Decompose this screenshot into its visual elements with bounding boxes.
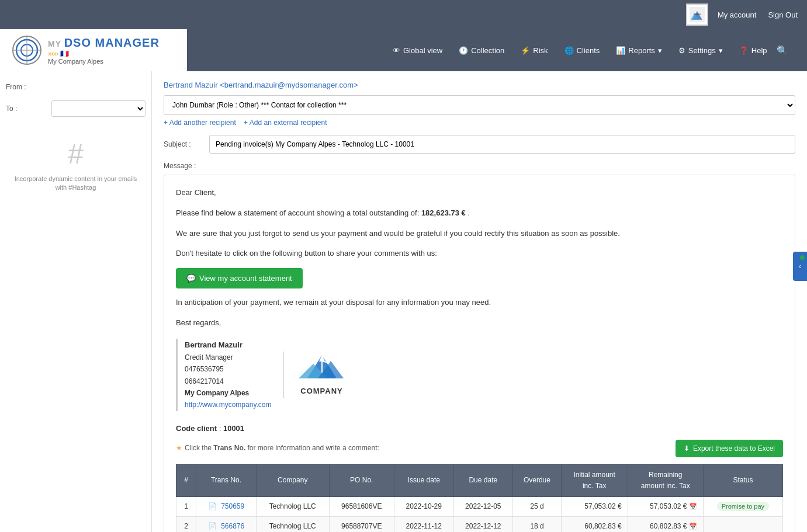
cell-trans: 📄 566876: [196, 517, 257, 532]
sig-company: My Company Alpes: [185, 387, 272, 399]
from-label: From :: [6, 83, 47, 91]
comment-icon: 💬: [186, 274, 196, 283]
cell-num: 1: [176, 497, 196, 517]
nav-item-risk[interactable]: ⚡ Risk: [514, 38, 555, 63]
code-client: Code client : 10001: [176, 423, 783, 435]
sig-title: Credit Manager: [185, 352, 272, 363]
click-info-row: ★ Click the Trans No. for more informati…: [176, 440, 783, 457]
my-account-link[interactable]: My account: [718, 11, 756, 19]
sig-name: Bertrand Mazuir: [185, 339, 272, 352]
cell-po: 96581606VE: [329, 497, 394, 517]
pdf-icon: 📄: [208, 502, 217, 510]
cell-overdue: 25 d: [513, 497, 562, 517]
star-icon: ★: [176, 443, 182, 454]
nav-label: Collection: [471, 46, 504, 55]
to-dropdown[interactable]: John Dumbar (Role : Other) *** Contact f…: [164, 95, 795, 115]
logo-section: MY DSO MANAGER »»» 🇫🇷 My Company Alpes: [0, 29, 187, 71]
invoice-table: # Trans No. Company PO No. Issue date Du…: [176, 464, 783, 532]
col-overdue: Overdue: [513, 464, 562, 496]
nav-label: Reports: [628, 46, 655, 55]
view-account-button[interactable]: 💬 View my account statement: [176, 268, 303, 288]
table-body: 1 📄 750659 Technolog LLC 96581606VE 2022…: [176, 497, 783, 533]
col-po: PO No.: [329, 464, 394, 496]
trans-link[interactable]: 566876: [221, 522, 244, 530]
hashtag-description: Incorporate dynamic content in your emai…: [12, 175, 140, 193]
col-initial: Initial amountinc. Tax: [561, 464, 628, 496]
collection-icon: 🕐: [459, 46, 468, 55]
add-recipient-row: + Add another recipient + Add an externa…: [164, 119, 795, 127]
cell-status: [703, 517, 782, 532]
message-label: Message :: [164, 162, 795, 170]
clients-icon: 🌐: [564, 46, 574, 55]
global-view-icon: 👁: [393, 46, 400, 55]
logo-text: MY DSO MANAGER »»» 🇫🇷 My Company Alpes: [48, 36, 160, 65]
col-status: Status: [703, 464, 782, 496]
cell-initial: 57,053.02 €: [561, 497, 628, 517]
nav-item-collection[interactable]: 🕐 Collection: [452, 38, 511, 63]
content-area: Bertrand Mazuir <bertrand.mazuir@mydsoma…: [152, 71, 807, 532]
trans-link[interactable]: 750659: [221, 502, 244, 510]
col-company: Company: [256, 464, 329, 496]
sign-out-link[interactable]: Sign Out: [768, 11, 798, 19]
logo-bar: MY DSO MANAGER »»» 🇫🇷 My Company Alpes 👁…: [0, 29, 807, 71]
notification-dot: [800, 255, 805, 260]
company-logo: COMPANY: [296, 352, 348, 398]
view-account-label: View my account statement: [199, 274, 292, 283]
col-trans: Trans No.: [196, 464, 257, 496]
to-select[interactable]: [51, 100, 146, 117]
email-paragraph1: Please find below a statement of account…: [176, 207, 783, 220]
nav-item-help[interactable]: ❓ Help: [732, 38, 774, 63]
col-remaining: Remainingamount inc. Tax: [628, 464, 703, 496]
nav-item-global-view[interactable]: 👁 Global view: [386, 38, 449, 63]
cell-remaining: 60,802.83 € 📅: [628, 517, 703, 532]
click-info-text: Click the Trans No. for more information…: [185, 443, 379, 454]
chevron-left-icon: ‹: [799, 262, 801, 270]
subject-input[interactable]: [209, 135, 795, 154]
add-another-recipient-link[interactable]: + Add another recipient: [164, 119, 236, 127]
email-greeting: Dear Client,: [176, 187, 783, 199]
reports-dropdown-icon: ▾: [658, 46, 662, 55]
calendar-icon[interactable]: 📅: [689, 503, 697, 510]
cell-trans: 📄 750659: [196, 497, 257, 517]
nav-item-clients[interactable]: 🌐 Clients: [557, 38, 607, 63]
nav-label: Risk: [533, 46, 548, 55]
cell-company: Technolog LLC: [256, 517, 329, 532]
subject-label: Subject :: [164, 140, 205, 148]
cell-status: Promise to pay: [703, 497, 782, 517]
hashtag-icon: #: [12, 138, 140, 170]
from-row: From :: [6, 83, 146, 91]
risk-icon: ⚡: [521, 46, 530, 55]
to-field-row: John Dumbar (Role : Other) *** Contact f…: [164, 95, 795, 115]
calendar-icon[interactable]: 📅: [689, 523, 697, 530]
table-header: # Trans No. Company PO No. Issue date Du…: [176, 464, 783, 496]
search-icon[interactable]: 🔍: [777, 45, 788, 56]
signature-info: Bertrand Mazuir Credit Manager 047653679…: [185, 339, 272, 411]
right-panel-toggle[interactable]: ‹: [793, 252, 807, 281]
main-layout: From : To : # Incorporate dynamic conten…: [0, 71, 807, 532]
cell-overdue: 18 d: [513, 517, 562, 532]
add-external-recipient-link[interactable]: + Add an external recipient: [244, 119, 327, 127]
cell-remaining: 57,053.02 € 📅: [628, 497, 703, 517]
help-icon: ❓: [739, 46, 749, 55]
table-row: 2 📄 566876 Technolog LLC 96588707VE 2022…: [176, 517, 783, 532]
hashtag-section: # Incorporate dynamic content in your em…: [6, 126, 146, 204]
company-logo-svg: [296, 352, 348, 384]
sig-website[interactable]: http://www.mycompany.com: [185, 401, 272, 409]
reports-icon: 📊: [616, 46, 625, 55]
to-row: To :: [6, 100, 146, 117]
click-info-left: ★ Click the Trans No. for more informati…: [176, 443, 379, 454]
app-logo-icon: [12, 35, 42, 65]
nav-label: Global view: [403, 46, 442, 55]
nav-label: Settings: [688, 46, 716, 55]
nav-item-reports[interactable]: 📊 Reports ▾: [609, 38, 669, 63]
cell-due: 2022-12-05: [453, 497, 513, 517]
nav-item-settings[interactable]: ⚙ Settings ▾: [671, 38, 730, 63]
cell-company: Technolog LLC: [256, 497, 329, 517]
logo-arrows: »»» 🇫🇷: [48, 50, 160, 58]
from-value: Bertrand Mazuir <bertrand.mazuir@mydsoma…: [164, 81, 358, 89]
export-excel-button[interactable]: ⬇ Export these data to Excel: [676, 440, 783, 457]
to-label: To :: [6, 105, 47, 113]
table-row: 1 📄 750659 Technolog LLC 96581606VE 2022…: [176, 497, 783, 517]
sig-phone1: 0476536795: [185, 363, 272, 375]
subject-row: Subject :: [164, 135, 795, 154]
